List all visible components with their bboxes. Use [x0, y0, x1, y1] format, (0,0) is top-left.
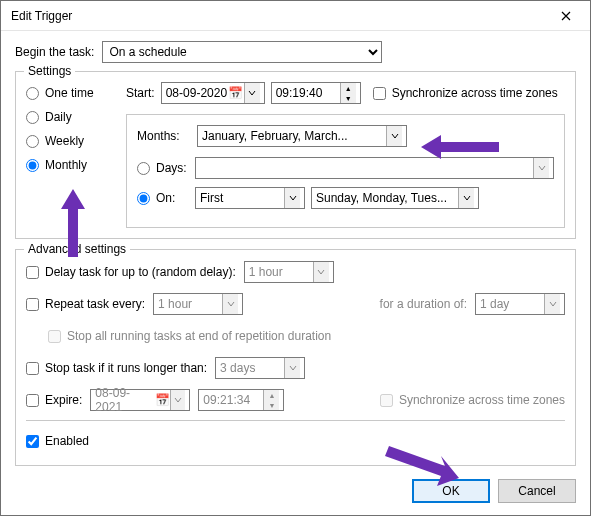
delay-value-select[interactable]: 1 hour [244, 261, 334, 283]
ok-button[interactable]: OK [412, 479, 490, 503]
window-title: Edit Trigger [11, 9, 72, 23]
radio-onetime[interactable]: One time [26, 86, 116, 100]
close-button[interactable] [546, 3, 586, 29]
chevron-down-icon [533, 158, 549, 178]
chevron-down-icon [284, 358, 300, 378]
months-label: Months: [137, 129, 189, 143]
radio-monthly[interactable]: Monthly [26, 158, 116, 172]
radio-weekly[interactable]: Weekly [26, 134, 116, 148]
duration-label: for a duration of: [380, 297, 467, 311]
duration-value-select[interactable]: 1 day [475, 293, 565, 315]
expire-sync-checkbox: Synchronize across time zones [380, 393, 565, 407]
repeat-checkbox[interactable]: Repeat task every: [26, 297, 145, 311]
start-date-input[interactable]: 08-09-2020 📅 [161, 82, 265, 104]
on-weekdays-select[interactable]: Sunday, Monday, Tues... [311, 187, 479, 209]
chevron-down-icon [244, 83, 260, 103]
recurrence-radios: One time Daily Weekly Monthly [26, 82, 116, 228]
stop-repetition-checkbox: Stop all running tasks at end of repetit… [48, 329, 331, 343]
start-label: Start: [126, 86, 155, 100]
chevron-down-icon [313, 262, 329, 282]
repeat-value-select[interactable]: 1 hour [153, 293, 243, 315]
radio-daily[interactable]: Daily [26, 110, 116, 124]
monthly-options: Months: January, February, March... Days… [126, 114, 565, 228]
start-time-input[interactable]: 09:19:40 ▲▼ [271, 82, 361, 104]
close-icon [561, 11, 571, 21]
stop-longer-checkbox[interactable]: Stop task if it runs longer than: [26, 361, 207, 375]
dialog-buttons: OK Cancel [412, 479, 576, 503]
on-which-select[interactable]: First [195, 187, 305, 209]
settings-group: Settings One time Daily Weekly Monthly S… [15, 71, 576, 239]
expire-time-input[interactable]: 09:21:34 ▲▼ [198, 389, 284, 411]
separator [26, 420, 565, 421]
chevron-down-icon [544, 294, 560, 314]
begin-task-select[interactable]: On a schedule [102, 41, 382, 63]
cancel-button[interactable]: Cancel [498, 479, 576, 503]
months-select[interactable]: January, February, March... [197, 125, 407, 147]
chevron-down-icon [170, 390, 185, 410]
advanced-group: Advanced settings Delay task for up to (… [15, 249, 576, 466]
spinner-buttons[interactable]: ▲▼ [340, 83, 356, 103]
begin-task-label: Begin the task: [15, 45, 94, 59]
enabled-checkbox[interactable]: Enabled [26, 434, 89, 448]
calendar-icon: 📅 [227, 86, 243, 100]
calendar-icon: 📅 [155, 393, 170, 407]
radio-days[interactable]: Days: [137, 161, 189, 175]
titlebar: Edit Trigger [1, 1, 590, 31]
expire-date-input[interactable]: 08-09-2021 📅 [90, 389, 190, 411]
chevron-down-icon [458, 188, 474, 208]
chevron-down-icon [284, 188, 300, 208]
stop-longer-value-select[interactable]: 3 days [215, 357, 305, 379]
advanced-legend: Advanced settings [24, 242, 130, 256]
spinner-buttons[interactable]: ▲▼ [263, 390, 279, 410]
delay-checkbox[interactable]: Delay task for up to (random delay): [26, 265, 236, 279]
edit-trigger-window: Edit Trigger Begin the task: On a schedu… [0, 0, 591, 516]
expire-checkbox[interactable]: Expire: [26, 393, 82, 407]
radio-on[interactable]: On: [137, 191, 189, 205]
sync-timezones-checkbox[interactable]: Synchronize across time zones [373, 86, 558, 100]
days-select[interactable] [195, 157, 554, 179]
settings-legend: Settings [24, 64, 75, 78]
chevron-down-icon [386, 126, 402, 146]
chevron-down-icon [222, 294, 238, 314]
